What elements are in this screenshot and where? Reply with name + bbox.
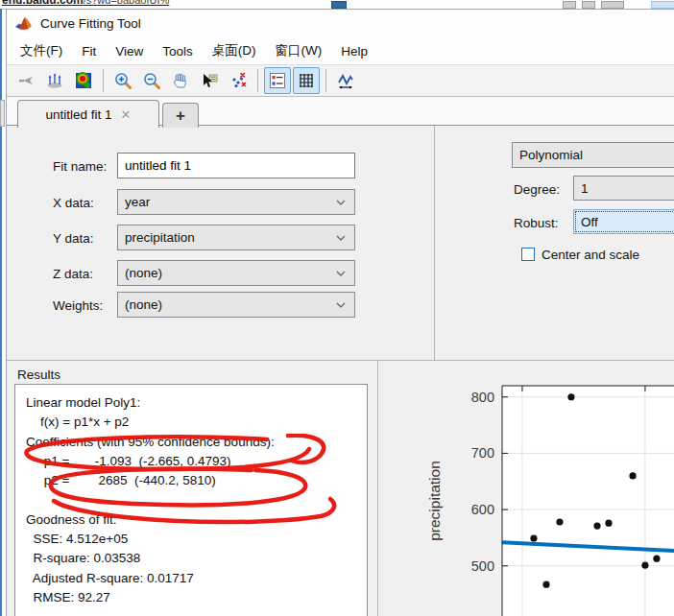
fit-type-value: Polynomial bbox=[519, 148, 583, 162]
center-and-scale-label: Center and scale bbox=[542, 248, 639, 262]
background-url-text: enu.baidu.com/s?wd=babaofUI% bbox=[2, 0, 169, 7]
menu-item-2[interactable]: Fit bbox=[72, 40, 106, 62]
background-window-glyph bbox=[563, 1, 576, 9]
legend-toggle-icon[interactable] bbox=[264, 67, 291, 94]
results-line: RMSE: 92.27 bbox=[26, 588, 275, 607]
y-data-dropdown[interactable]: precipitation bbox=[117, 225, 355, 250]
svg-text:800: 800 bbox=[471, 390, 494, 405]
zoom-in-icon[interactable] bbox=[109, 67, 136, 94]
x-data-label: X data: bbox=[53, 196, 94, 210]
menu-item-6[interactable]: 窗口(W) bbox=[266, 38, 332, 63]
menu-item-4[interactable]: Tools bbox=[153, 40, 203, 62]
chevron-down-icon bbox=[336, 302, 346, 308]
tab-close-icon[interactable]: ✕ bbox=[121, 107, 132, 122]
chevron-down-icon bbox=[336, 200, 346, 205]
degree-value: 1 bbox=[581, 181, 589, 196]
results-line bbox=[26, 490, 275, 509]
results-line: f(x) = p1*x + p2 bbox=[26, 413, 275, 432]
results-box: Linear model Poly1: f(x) = p1*x + p2Coef… bbox=[14, 384, 368, 616]
data-cursor-icon[interactable] bbox=[196, 67, 223, 94]
robust-value: Off bbox=[581, 215, 598, 229]
fit-type-dropdown[interactable]: Polynomial bbox=[512, 142, 674, 168]
fit-name-input[interactable] bbox=[117, 153, 355, 178]
chevron-down-icon bbox=[336, 271, 346, 276]
weights-dropdown[interactable]: (none) bbox=[117, 292, 355, 318]
background-window-corner bbox=[651, 1, 674, 9]
background-scrollbar-fragment bbox=[0, 100, 5, 127]
grid-toggle-icon[interactable] bbox=[293, 67, 320, 94]
background-window-glyph bbox=[601, 1, 624, 9]
menu-item-3[interactable]: View bbox=[106, 40, 153, 62]
results-line: Coefficients (with 95% confidence bounds… bbox=[26, 433, 275, 452]
curve-fitting-tool-screen: enu.baidu.com/s?wd=babaofUI% Curve Fitti… bbox=[0, 0, 674, 616]
robust-dropdown[interactable]: Off bbox=[573, 209, 674, 234]
svg-text:600: 600 bbox=[471, 502, 494, 517]
tab-strip: untitled fit 1 ✕ + bbox=[7, 97, 674, 126]
x-data-value: year bbox=[125, 195, 150, 209]
svg-text:precipitation: precipitation bbox=[426, 461, 443, 541]
results-text: Linear model Poly1: f(x) = p1*x + p2Coef… bbox=[26, 393, 275, 607]
toolbar-separator bbox=[257, 69, 258, 92]
z-data-dropdown[interactable]: (none) bbox=[117, 260, 355, 286]
svg-text:500: 500 bbox=[471, 558, 494, 574]
adjust-axes-limits-icon[interactable] bbox=[332, 67, 359, 94]
results-line: Linear model Poly1: bbox=[26, 393, 275, 413]
tab-label: untitled fit 1 bbox=[46, 107, 112, 122]
toolbar bbox=[7, 64, 674, 97]
center-and-scale-checkbox[interactable] bbox=[521, 248, 535, 261]
menu-item-5[interactable]: 桌面(D) bbox=[203, 38, 266, 63]
plus-icon: + bbox=[176, 107, 185, 126]
exclude-outliers-icon[interactable] bbox=[225, 67, 252, 94]
new-tab-button[interactable]: + bbox=[162, 103, 199, 128]
menu-item-7[interactable]: Help bbox=[331, 40, 377, 62]
toolbar-separator bbox=[103, 69, 104, 92]
background-window-glyph bbox=[582, 1, 595, 9]
zoom-out-icon[interactable] bbox=[138, 67, 165, 94]
results-line: p2 = 2685 (-440.2, 5810) bbox=[26, 471, 275, 490]
tab-untitled-fit-1[interactable]: untitled fit 1 ✕ bbox=[17, 100, 159, 128]
weights-value: (none) bbox=[125, 297, 162, 312]
open-plot-arrow-icon[interactable] bbox=[12, 67, 39, 94]
fit-plot[interactable]: 500600700800precipitation bbox=[378, 361, 674, 616]
degree-dropdown[interactable]: 1 bbox=[573, 176, 674, 201]
x-data-dropdown[interactable]: year bbox=[117, 189, 355, 215]
window-title: Curve Fitting Tool bbox=[40, 16, 141, 31]
pan-hand-icon[interactable] bbox=[167, 67, 194, 94]
contour-plot-icon[interactable] bbox=[70, 67, 97, 94]
results-line: R-square: 0.03538 bbox=[26, 549, 275, 568]
residuals-plot-icon[interactable] bbox=[41, 67, 68, 94]
plot-panel[interactable]: 500600700800precipitation bbox=[378, 361, 674, 616]
weights-label: Weights: bbox=[53, 298, 103, 313]
panel-divider-vertical bbox=[434, 126, 435, 360]
fit-name-label: Fit name: bbox=[53, 159, 107, 174]
z-data-value: (none) bbox=[125, 266, 162, 280]
results-panel-title: Results bbox=[17, 367, 60, 382]
y-data-label: Y data: bbox=[53, 231, 94, 246]
results-line: SSE: 4.512e+05 bbox=[26, 530, 275, 549]
results-line: p1 = -1.093 (-2.665, 0.4793) bbox=[26, 452, 275, 471]
title-bar[interactable]: Curve Fitting Tool bbox=[7, 10, 674, 37]
results-line: Adjusted R-square: 0.01717 bbox=[26, 569, 275, 588]
results-line: Goodness of fit: bbox=[26, 510, 275, 530]
background-favicon bbox=[331, 1, 347, 9]
chevron-down-icon bbox=[336, 235, 346, 241]
menu-item-1[interactable]: 文件(F) bbox=[11, 38, 72, 63]
svg-text:700: 700 bbox=[471, 445, 494, 461]
y-data-value: precipitation bbox=[125, 230, 195, 245]
robust-label: Robust: bbox=[514, 216, 559, 230]
menu-bar: 文件(F)FitViewTools桌面(D)窗口(W)Help bbox=[7, 37, 674, 64]
matlab-logo-icon bbox=[14, 15, 34, 33]
toolbar-separator bbox=[325, 69, 326, 92]
z-data-label: Z data: bbox=[53, 267, 93, 281]
degree-label: Degree: bbox=[514, 182, 560, 197]
